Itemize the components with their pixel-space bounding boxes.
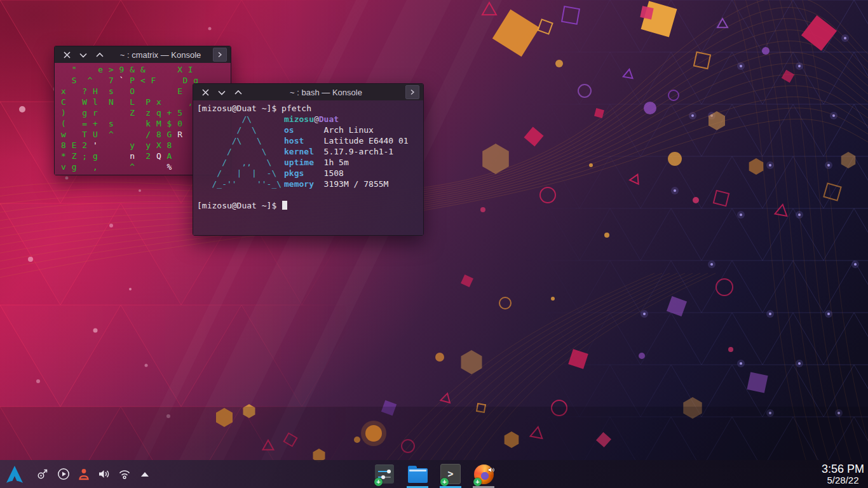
- pfetch-line: / \osArch Linux: [197, 125, 423, 135]
- desktop: ~ : cmatrix — Konsole " e > 9 & & X I S …: [0, 0, 868, 488]
- pfetch-line: /\mizosu@Duat: [197, 114, 423, 125]
- folder-icon: [408, 468, 428, 483]
- pfetch-line: / \kernel5.17.9-arch1-1: [197, 146, 423, 157]
- terminal-cursor: [282, 201, 287, 210]
- minimize-icon[interactable]: [214, 84, 230, 100]
- terminal-line: [mizosu@Duat ~]$ pfetch: [197, 103, 423, 114]
- clock-time: 3:56 PM: [822, 463, 864, 475]
- task-konsole[interactable]: >: [438, 460, 463, 488]
- pfetch-line: /\ \hostLatitude E6440 01: [197, 135, 423, 146]
- minimize-icon[interactable]: [75, 46, 92, 63]
- arch-ascii-art: / \: [197, 125, 284, 135]
- steam-tray-icon[interactable]: [36, 467, 50, 482]
- network-tray-icon[interactable]: [117, 467, 132, 482]
- arch-ascii-art: /\ \: [197, 135, 284, 146]
- task-system-settings[interactable]: [372, 460, 397, 488]
- volume-tray-icon[interactable]: [97, 467, 111, 482]
- bash-titlebar[interactable]: ~ : bash — Konsole: [193, 84, 423, 100]
- window-title: ~ : cmatrix — Konsole: [108, 50, 213, 60]
- pfetch-line: /_-'' ''-_\memory3193M / 7855M: [197, 179, 423, 189]
- pinned-badge-icon: [374, 478, 383, 486]
- cmatrix-row: " e > 9 & & X I: [61, 64, 231, 75]
- close-icon[interactable]: [197, 84, 214, 100]
- terminal-prompt: [mizosu@Duat ~]$: [197, 200, 423, 211]
- close-icon[interactable]: [58, 46, 75, 63]
- arch-ascii-art: /_-'' ''-_\: [197, 179, 284, 189]
- application-launcher-button[interactable]: [4, 463, 25, 485]
- bash-window[interactable]: ~ : bash — Konsole [mizosu@Duat ~]$ pfet…: [193, 83, 424, 236]
- maximize-icon[interactable]: [230, 84, 247, 100]
- arch-linux-icon: [5, 464, 24, 484]
- taskbar: > 3:56 PM 5/28/22: [0, 460, 868, 488]
- arch-ascii-art: / ,, \: [197, 157, 284, 168]
- audio-playing-icon: [487, 465, 496, 477]
- system-tray: [36, 467, 152, 482]
- arch-ascii-art: / | | -\: [197, 168, 284, 179]
- user-presence-tray-icon[interactable]: [76, 467, 91, 482]
- clock-date: 5/28/22: [822, 475, 864, 485]
- toolbox-button[interactable]: [405, 85, 419, 99]
- toolbox-button[interactable]: [213, 48, 227, 62]
- task-file-manager[interactable]: [405, 460, 430, 488]
- pfetch-line: / | | -\pkgs1508: [197, 168, 423, 179]
- tray-expander-icon[interactable]: [137, 467, 152, 482]
- arch-ascii-art: /\: [197, 114, 284, 125]
- bash-terminal[interactable]: [mizosu@Duat ~]$ pfetch /\mizosu@Duat / …: [193, 100, 423, 236]
- media-player-tray-icon[interactable]: [56, 467, 71, 482]
- pfetch-line: / ,, \uptime1h 5m: [197, 157, 423, 168]
- arch-ascii-art: / \: [197, 146, 284, 157]
- cmatrix-titlebar[interactable]: ~ : cmatrix — Konsole: [55, 46, 231, 63]
- task-manager: >: [372, 460, 496, 488]
- maximize-icon[interactable]: [92, 46, 108, 63]
- window-title: ~ : bash — Konsole: [247, 88, 405, 97]
- pinned-badge-icon: [440, 478, 449, 486]
- task-firefox[interactable]: [471, 460, 496, 488]
- pinned-badge-icon: [473, 478, 482, 486]
- digital-clock[interactable]: 3:56 PM 5/28/22: [822, 463, 864, 485]
